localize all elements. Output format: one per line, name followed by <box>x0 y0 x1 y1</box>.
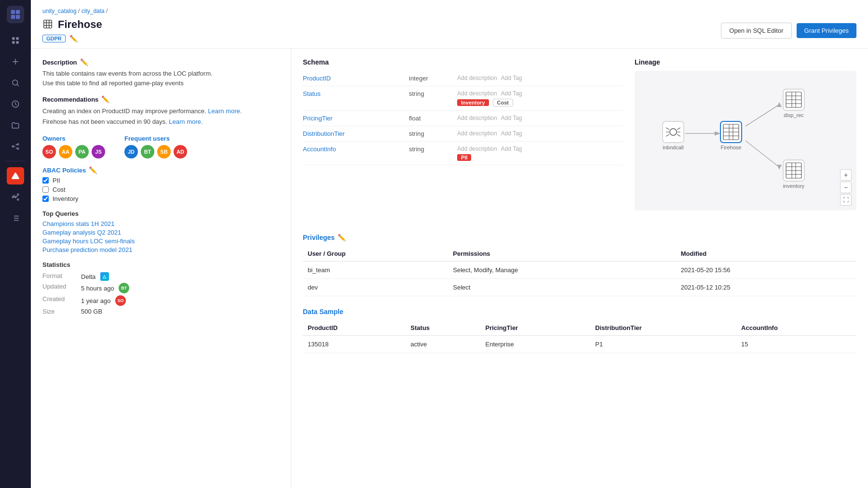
query-link-0[interactable]: Champions stats 1H 2021 <box>42 220 279 227</box>
grant-privileges-button[interactable]: Grant Privileges <box>797 23 856 38</box>
sample-status-0: active <box>406 336 480 353</box>
abac-inventory-checkbox[interactable] <box>42 196 49 202</box>
zoom-in-button[interactable]: + <box>840 169 852 181</box>
col-name-accountinfo[interactable]: AccountInfo <box>303 145 409 153</box>
node-disp-rec[interactable]: disp_rec <box>783 89 804 118</box>
sidebar-item-history[interactable] <box>7 95 24 113</box>
avatar-SB[interactable]: SB <box>157 145 171 158</box>
col-meta-distributiontier: Add description Add Tag <box>457 130 623 137</box>
lineage-section: Lineage <box>635 58 856 211</box>
abac-cost-checkbox[interactable] <box>42 186 49 193</box>
abac-edit-icon[interactable]: ✏️ <box>89 166 97 174</box>
avatar-BT[interactable]: BT <box>141 145 154 158</box>
col-name-productid[interactable]: ProductID <box>303 75 409 82</box>
open-sql-button[interactable]: Open in SQL Editor <box>721 23 791 39</box>
rec-link-1[interactable]: Learn more. <box>208 107 242 115</box>
sidebar-item-alert[interactable] <box>7 167 24 185</box>
left-panel: Description ✏️ This table contains raw e… <box>31 49 291 488</box>
add-desc-productid[interactable]: Add description <box>457 75 497 81</box>
node-inventory[interactable]: inventory <box>783 160 805 189</box>
avatar-AA[interactable]: AA <box>59 145 72 158</box>
stats-updated-val: 5 hours ago BT <box>81 283 279 293</box>
svg-line-33 <box>746 141 779 167</box>
owners-group: Owners SO AA PA JS <box>42 135 105 158</box>
abac-inventory-label: Inventory <box>53 195 78 202</box>
description-edit-icon[interactable]: ✏️ <box>80 58 88 66</box>
edit-tag-icon[interactable]: ✏️ <box>69 35 78 42</box>
avatar-AD[interactable]: AD <box>174 145 187 158</box>
privileges-edit-icon[interactable]: ✏️ <box>338 234 346 241</box>
query-link-2[interactable]: Gameplay hours LOC semi-finals <box>42 237 279 245</box>
sidebar-item-add[interactable] <box>7 53 24 70</box>
lineage-title: Lineage <box>635 58 856 66</box>
sidebar-item-graph[interactable] <box>7 188 24 206</box>
add-tag-status[interactable]: Add Tag <box>501 90 522 97</box>
col-name-status[interactable]: Status <box>303 90 409 97</box>
recommendations-title: Recommendations ✏️ <box>42 95 279 103</box>
avatar-JD[interactable]: JD <box>124 145 138 158</box>
lineage-canvas: inbndcall Firehose <box>635 71 856 211</box>
svg-point-10 <box>12 146 14 147</box>
col-meta-pricingtier: Add description Add Tag <box>457 115 623 121</box>
breadcrumb-schema[interactable]: city_data <box>81 8 105 14</box>
svg-line-31 <box>746 105 779 126</box>
stats-format-val: Delta △ <box>81 272 279 281</box>
frequent-users-avatars: JD BT SB AD <box>124 145 187 158</box>
sample-col-accountinfo: AccountInfo <box>736 320 856 336</box>
sample-productid-0: 135018 <box>303 336 406 353</box>
zoom-out-button[interactable]: − <box>840 182 852 193</box>
breadcrumb-catalog[interactable]: unity_catalog <box>42 8 77 14</box>
sidebar-item-folder[interactable] <box>7 117 24 134</box>
svg-rect-0 <box>11 10 15 14</box>
top-queries-title: Top Queries <box>42 210 279 217</box>
zoom-expand-button[interactable]: ⛶ <box>840 194 852 206</box>
app-logo[interactable] <box>7 6 24 23</box>
avatar-SO[interactable]: SO <box>42 145 56 158</box>
query-link-3[interactable]: Purchase prediction model 2021 <box>42 246 279 253</box>
sidebar-item-list[interactable] <box>7 210 24 227</box>
tag-pii[interactable]: PII <box>457 154 471 161</box>
stats-created-val: 1 year ago SO <box>81 295 279 306</box>
add-desc-status[interactable]: Add description <box>457 90 497 97</box>
recommendations-edit-icon[interactable]: ✏️ <box>101 95 109 103</box>
add-desc-accountinfo[interactable]: Add description <box>457 145 497 152</box>
add-desc-pricingtier[interactable]: Add description <box>457 115 497 121</box>
add-tag-distributiontier[interactable]: Add Tag <box>501 130 522 137</box>
statistics-section: Statistics Format Delta △ Updated 5 hour… <box>42 261 279 315</box>
priv-modified-dev: 2021-05-12 10:25 <box>676 279 856 296</box>
right-panel: Schema ProductID integer Add description… <box>291 49 868 488</box>
schema-row-pricingtier: PricingTier float Add description Add Ta… <box>303 111 623 126</box>
svg-point-17 <box>17 199 19 200</box>
sidebar-item-search[interactable] <box>7 74 24 92</box>
delta-badge: △ <box>100 272 109 281</box>
add-tag-accountinfo[interactable]: Add Tag <box>501 145 522 152</box>
svg-text:disp_rec: disp_rec <box>784 112 804 118</box>
tag-cost[interactable]: Cost <box>493 99 513 106</box>
query-link-1[interactable]: Gameplay analysis Q2 2021 <box>42 229 279 236</box>
sample-accountinfo-0: 15 <box>736 336 856 353</box>
add-desc-distributiontier[interactable]: Add description <box>457 130 497 137</box>
abac-cost: Cost <box>42 186 279 193</box>
col-name-distributiontier[interactable]: DistributionTier <box>303 130 409 137</box>
main-content: unity_catalog / city_data / <box>31 0 868 488</box>
node-firehose[interactable]: Firehose <box>720 121 742 150</box>
add-tag-pricingtier[interactable]: Add Tag <box>501 115 522 121</box>
col-name-pricingtier[interactable]: PricingTier <box>303 115 409 122</box>
sample-col-pricingtier: PricingTier <box>481 320 591 336</box>
abac-pii-checkbox[interactable] <box>42 177 49 184</box>
abac-pii: PII <box>42 177 279 184</box>
sidebar-item-workflow[interactable] <box>7 138 24 155</box>
owners-label: Owners <box>42 135 105 142</box>
sidebar-divider <box>6 161 25 161</box>
avatar-JS[interactable]: JS <box>92 145 105 158</box>
avatar-PA[interactable]: PA <box>75 145 89 158</box>
page-title: Firehose <box>58 18 102 31</box>
statistics-title: Statistics <box>42 261 279 268</box>
priv-permissions-bi-team: Select, Modify, Manage <box>448 262 676 279</box>
rec-link-2[interactable]: Learn more. <box>169 118 203 125</box>
abac-section: ABAC Policies ✏️ PII Cost Inventory <box>42 166 279 202</box>
sidebar-item-dashboard[interactable] <box>7 32 24 49</box>
tag-inventory[interactable]: Inventory <box>457 99 489 106</box>
add-tag-productid[interactable]: Add Tag <box>501 75 522 81</box>
node-inbndcall[interactable]: inbndcall <box>663 121 684 150</box>
